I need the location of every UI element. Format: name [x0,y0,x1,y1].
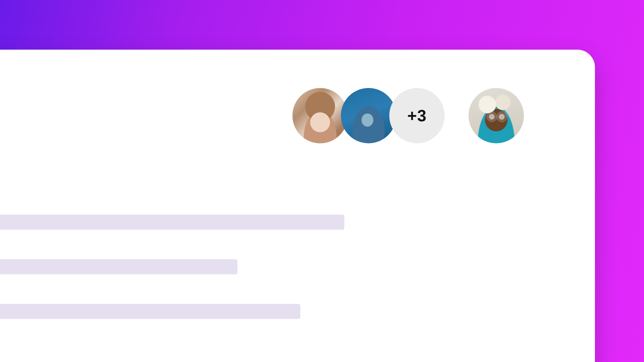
avatar-stack: +3 [292,88,445,143]
content-card: +3 [0,50,595,362]
skeleton-placeholder-group [0,215,344,348]
skeleton-line [0,304,300,319]
skeleton-line [0,215,344,230]
avatar-overflow-count[interactable]: +3 [389,88,445,143]
avatar-user-2[interactable] [341,88,396,143]
avatar-row: +3 [292,88,524,143]
avatar-user-1[interactable] [292,88,348,143]
avatar-user-current[interactable] [469,88,524,143]
skeleton-line [0,259,237,274]
